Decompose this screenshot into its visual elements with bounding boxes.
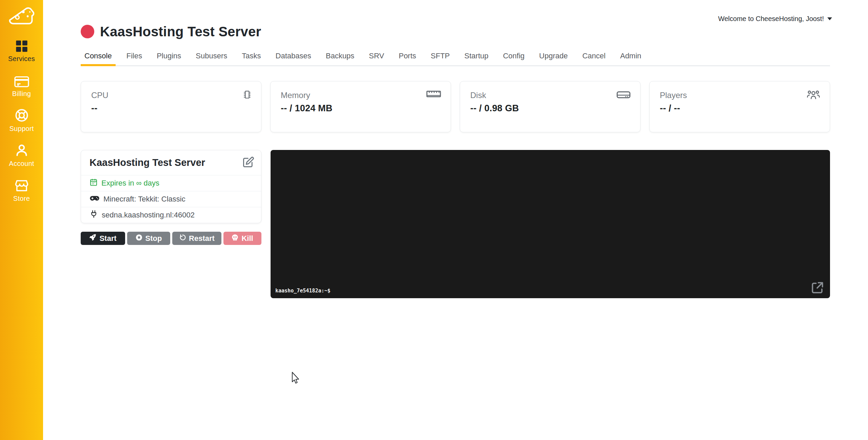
tab-srv[interactable]: SRV <box>365 48 388 65</box>
user-icon <box>15 144 29 157</box>
stat-label: Disk <box>470 91 630 100</box>
stats-row: CPU -- Memory -- / 1024 MB <box>81 81 830 132</box>
tab-plugins[interactable]: Plugins <box>153 48 185 65</box>
restart-label: Restart <box>189 234 215 243</box>
account-menu[interactable]: Welcome to CheeseHosting, Joost! <box>718 15 832 23</box>
page-title: KaasHosting Test Server <box>100 24 261 39</box>
restart-icon <box>179 234 186 243</box>
sidebar: Services Billing <box>0 0 43 440</box>
tab-console[interactable]: Console <box>81 48 116 65</box>
plug-icon <box>90 210 98 220</box>
credit-card-icon <box>14 74 29 88</box>
game-text: Minecraft: Tekkit: Classic <box>103 195 185 204</box>
stop-button[interactable]: Stop <box>127 232 170 245</box>
mouse-cursor <box>291 372 299 386</box>
players-icon <box>807 90 820 101</box>
caret-down-icon <box>827 17 832 20</box>
expiry-row: Expires in ∞ days <box>81 175 261 191</box>
rocket-icon <box>89 234 96 243</box>
external-link-icon[interactable] <box>811 281 824 295</box>
tab-databases[interactable]: Databases <box>272 48 315 65</box>
kill-label: Kill <box>241 234 253 243</box>
sidebar-item-store[interactable]: Store <box>0 179 43 203</box>
stop-label: Stop <box>145 234 162 243</box>
tab-backups[interactable]: Backups <box>322 48 358 65</box>
app: Services Billing <box>0 0 868 440</box>
stat-value: -- / 1024 MB <box>281 103 440 114</box>
expiry-text: Expires in ∞ days <box>101 179 159 188</box>
kill-button[interactable]: Kill <box>223 232 261 245</box>
server-panel: KaasHosting Test Server <box>81 150 261 245</box>
tab-startup[interactable]: Startup <box>461 48 492 65</box>
stop-circle-icon <box>136 234 142 243</box>
stat-card-memory: Memory -- / 1024 MB <box>270 81 451 132</box>
sidebar-item-label: Services <box>8 55 35 63</box>
sidebar-item-billing[interactable]: Billing <box>0 74 43 98</box>
stat-label: CPU <box>91 91 251 100</box>
sidebar-nav: Services Billing <box>0 34 43 203</box>
tab-files[interactable]: Files <box>123 48 146 65</box>
calendar-icon <box>90 178 98 188</box>
stat-value: -- <box>91 103 251 114</box>
sidebar-item-label: Account <box>9 160 34 168</box>
edit-icon[interactable] <box>242 156 254 170</box>
power-actions: Start Stop <box>81 232 261 245</box>
stat-label: Players <box>660 91 820 100</box>
grid-icon <box>15 39 28 53</box>
start-button[interactable]: Start <box>81 232 125 245</box>
server-name: KaasHosting Test Server <box>90 157 205 168</box>
stat-value: -- / -- <box>660 103 820 114</box>
skull-icon <box>232 234 238 243</box>
stat-label: Memory <box>281 91 440 100</box>
stat-value: -- / 0.98 GB <box>470 103 630 114</box>
page-header: KaasHosting Test Server <box>81 23 830 40</box>
sidebar-item-label: Support <box>9 125 34 133</box>
sidebar-item-label: Billing <box>12 90 31 98</box>
tab-tasks[interactable]: Tasks <box>238 48 264 65</box>
address-text: sedna.kaashosting.nl:46002 <box>102 211 195 219</box>
sidebar-item-services[interactable]: Services <box>0 39 43 63</box>
console-prompt: kaasho_7e54182a:~$ <box>275 288 331 294</box>
tab-cancel[interactable]: Cancel <box>578 48 609 65</box>
start-label: Start <box>99 234 116 243</box>
stat-card-disk: Disk -- / 0.98 GB <box>460 81 640 132</box>
sidebar-item-label: Store <box>13 195 30 203</box>
gamepad-icon <box>90 194 100 205</box>
microchip-icon <box>243 90 252 101</box>
address-row: sedna.kaashosting.nl:46002 <box>81 207 261 223</box>
tab-config[interactable]: Config <box>499 48 528 65</box>
stat-card-cpu: CPU -- <box>81 81 261 132</box>
content-row: KaasHosting Test Server <box>81 150 830 298</box>
cheese-icon <box>8 5 35 27</box>
stat-card-players: Players -- / -- <box>649 81 830 132</box>
sidebar-item-account[interactable]: Account <box>0 144 43 168</box>
tab-admin[interactable]: Admin <box>616 48 645 65</box>
tab-subusers[interactable]: Subusers <box>192 48 231 65</box>
server-status-indicator <box>81 25 94 38</box>
console-terminal[interactable]: kaasho_7e54182a:~$ <box>271 150 830 298</box>
game-row: Minecraft: Tekkit: Classic <box>81 191 261 207</box>
tab-bar: Console Files Plugins Subusers Tasks Dat… <box>81 48 830 66</box>
tab-ports[interactable]: Ports <box>395 48 420 65</box>
cheese-logo[interactable] <box>8 5 35 27</box>
server-info-card: KaasHosting Test Server <box>81 150 261 223</box>
sidebar-item-support[interactable]: Support <box>0 109 43 133</box>
main-content: Welcome to CheeseHosting, Joost! KaasHos… <box>43 0 868 440</box>
restart-button[interactable]: Restart <box>172 232 221 245</box>
life-ring-icon <box>15 109 29 122</box>
tab-sftp[interactable]: SFTP <box>427 48 453 65</box>
storefront-icon <box>14 179 29 192</box>
tab-upgrade[interactable]: Upgrade <box>535 48 571 65</box>
harddrive-icon <box>616 90 631 101</box>
server-card-header: KaasHosting Test Server <box>81 150 261 175</box>
welcome-text: Welcome to CheeseHosting, Joost! <box>718 15 824 23</box>
memory-icon <box>426 90 441 100</box>
